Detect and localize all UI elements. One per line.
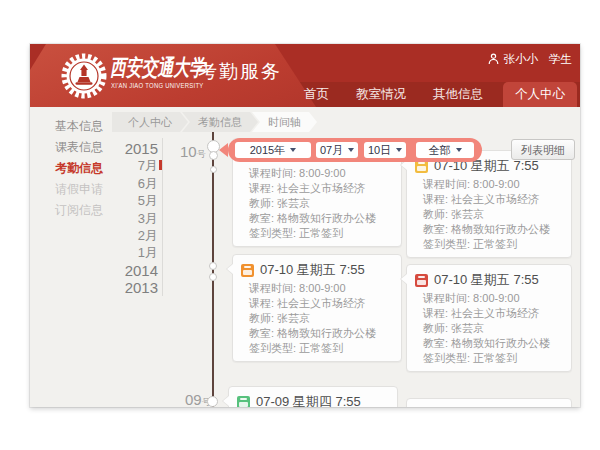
attendance-card: 07-10 星期五 7:55 课程时间: 8:00-9:00 课程: 社会主义市… xyxy=(406,264,572,372)
card-row: 签到类型: 正常签到 xyxy=(233,226,401,241)
card-date-title: 07-10 星期五 7:55 xyxy=(434,271,539,289)
day-marker-10: 10号 xyxy=(180,143,206,161)
day-dropdown-value: 10日 xyxy=(368,143,391,158)
month-item[interactable]: 6月 xyxy=(88,175,158,192)
card-row: 教室: 格物致知行政办公楼 xyxy=(407,336,571,351)
card-row: 课程: 社会主义市场经济 xyxy=(407,192,571,207)
list-detail-button[interactable]: 列表明细 xyxy=(511,139,575,160)
app-window: 西安交通大学 XI'AN JIAO TONG UNIVERSITY 考勤服务 张… xyxy=(30,44,580,407)
nav-item-other-info[interactable]: 其他信息 xyxy=(433,86,483,103)
timeline-node[interactable] xyxy=(209,273,217,281)
card-row: 课程: 社会主义市场经济 xyxy=(407,306,571,321)
timeline-node[interactable] xyxy=(209,262,217,270)
timeline-node[interactable] xyxy=(209,151,218,160)
card-row: 教师: 张芸京 xyxy=(407,321,571,336)
year-item[interactable]: 2013 xyxy=(88,279,158,296)
year-item[interactable]: 2014 xyxy=(88,262,158,279)
user-icon xyxy=(488,53,499,67)
month-item[interactable]: 2月 xyxy=(88,227,158,244)
year-dropdown-value: 2015年 xyxy=(250,143,285,158)
nav-item-personal-center[interactable]: 个人中心 xyxy=(503,82,577,107)
nav-item-home[interactable]: 首页 xyxy=(304,86,329,103)
year-dropdown[interactable]: 2015年 xyxy=(235,142,311,158)
month-dropdown[interactable]: 07月 xyxy=(316,142,358,158)
card-row: 教师: 张芸京 xyxy=(233,196,401,211)
current-month-marker xyxy=(159,160,162,170)
breadcrumb-timeline[interactable]: 时间轴 xyxy=(252,112,317,132)
card-row: 课程: 社会主义市场经济 xyxy=(233,181,401,196)
card-row: 教室: 格物致知行政办公楼 xyxy=(407,222,571,237)
type-dropdown-value: 全部 xyxy=(429,143,451,158)
month-item[interactable]: 1月 xyxy=(88,244,158,261)
card-row: 教室: 格物致知行政办公楼 xyxy=(233,326,401,341)
card-row: 课程时间: 8:00-9:00 xyxy=(233,166,401,181)
timeline-year-list: 2015 7月 6月 5月 3月 2月 1月 2014 2013 xyxy=(88,140,158,297)
card-row: 签到类型: 正常签到 xyxy=(233,341,401,356)
card-row: 课程时间: 8:00-9:00 xyxy=(233,281,401,296)
card-row: 课程: 社会主义市场经济 xyxy=(233,296,401,311)
calendar-icon xyxy=(237,396,250,408)
filter-bar-pointer xyxy=(219,143,228,157)
breadcrumb-personal-center[interactable]: 个人中心 xyxy=(112,112,188,132)
user-info[interactable]: 张小小 学生 xyxy=(488,52,573,67)
breadcrumb: 个人中心 考勤信息 时间轴 xyxy=(112,112,317,132)
attendance-card xyxy=(406,398,572,407)
year-item[interactable]: 2015 xyxy=(88,140,158,157)
type-dropdown[interactable]: 全部 xyxy=(416,142,474,158)
attendance-card: 07-09 星期四 7:55 xyxy=(228,386,398,407)
nav-item-classrooms[interactable]: 教室情况 xyxy=(356,86,406,103)
card-row: 教师: 张芸京 xyxy=(407,207,571,222)
user-name: 张小小 xyxy=(504,52,539,67)
chevron-down-icon xyxy=(348,148,354,152)
app-title: 考勤服务 xyxy=(198,59,282,85)
user-role: 学生 xyxy=(549,52,572,67)
day-dropdown[interactable]: 10日 xyxy=(364,142,406,158)
university-name-cn: 西安交通大学 xyxy=(110,53,205,83)
month-item-selected[interactable]: 7月 xyxy=(88,157,158,174)
breadcrumb-attendance-info[interactable]: 考勤信息 xyxy=(182,112,258,132)
main-nav: 首页 教室情况 其他信息 个人中心 xyxy=(277,82,577,107)
attendance-card: 07-10 星期五 7:55 课程时间: 8:00-9:00 课程: 社会主义市… xyxy=(406,150,572,258)
year-list-divider xyxy=(162,138,163,296)
month-item[interactable]: 5月 xyxy=(88,192,158,209)
card-row: 课程时间: 8:00-9:00 xyxy=(407,291,571,306)
chevron-down-icon xyxy=(290,148,296,152)
app-header: 西安交通大学 XI'AN JIAO TONG UNIVERSITY 考勤服务 张… xyxy=(30,44,580,107)
timeline-node[interactable] xyxy=(207,396,218,407)
university-seal-icon xyxy=(61,53,107,99)
card-row: 教师: 张芸京 xyxy=(233,311,401,326)
card-row: 教室: 格物致知行政办公楼 xyxy=(233,211,401,226)
timeline-node[interactable] xyxy=(210,166,217,173)
university-name-en: XI'AN JIAO TONG UNIVERSITY xyxy=(111,82,204,89)
card-row: 签到类型: 正常签到 xyxy=(407,237,571,252)
chevron-down-icon xyxy=(396,148,402,152)
month-item[interactable]: 3月 xyxy=(88,210,158,227)
calendar-icon xyxy=(241,264,254,277)
chevron-down-icon xyxy=(456,148,462,152)
card-date-title: 07-10 星期五 7:55 xyxy=(260,261,365,279)
card-row: 签到类型: 正常签到 xyxy=(407,351,571,366)
filter-bar: 2015年 07月 10日 全部 xyxy=(228,138,482,162)
card-date-title: 07-09 星期四 7:55 xyxy=(256,393,361,407)
screen: 西安交通大学 XI'AN JIAO TONG UNIVERSITY 考勤服务 张… xyxy=(0,0,600,450)
month-dropdown-value: 07月 xyxy=(320,143,343,158)
card-row: 课程时间: 8:00-9:00 xyxy=(407,177,571,192)
attendance-card: 07-10 星期五 7:55 课程时间: 8:00-9:00 课程: 社会主义市… xyxy=(232,254,402,362)
calendar-icon xyxy=(415,274,428,287)
